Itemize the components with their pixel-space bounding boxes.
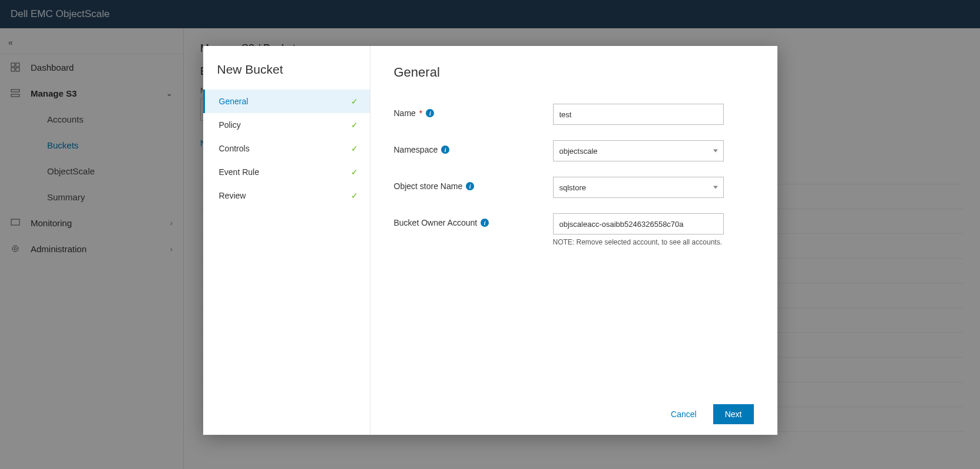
field-name: Name * i — [394, 104, 754, 125]
field-bucket-owner: Bucket Owner Account i NOTE: Remove sele… — [394, 213, 754, 246]
field-namespace: Namespace i — [394, 140, 754, 161]
field-label-text: Bucket Owner Account — [394, 218, 478, 227]
wizard-step-label: Controls — [219, 144, 250, 153]
bucket-name-input[interactable] — [553, 104, 724, 125]
info-icon[interactable]: i — [441, 146, 449, 154]
info-icon[interactable]: i — [466, 182, 474, 190]
check-icon: ✓ — [351, 191, 358, 200]
wizard-step-label: Review — [219, 191, 246, 200]
modal-footer: Cancel Next — [394, 396, 754, 435]
modal-title: New Bucket — [203, 62, 370, 77]
modal-form: General Name * i Namespace i — [370, 46, 777, 435]
field-label-text: Name — [394, 108, 416, 118]
bucket-owner-input[interactable] — [553, 213, 724, 234]
wizard-step-general[interactable]: General✓ — [203, 90, 370, 113]
namespace-select[interactable] — [553, 140, 724, 161]
owner-helper-text: NOTE: Remove selected account, to see al… — [553, 238, 724, 246]
check-icon: ✓ — [351, 120, 358, 130]
object-store-select[interactable] — [553, 177, 724, 198]
field-label-text: Object store Name — [394, 181, 463, 191]
cancel-button[interactable]: Cancel — [664, 405, 704, 424]
wizard-step-label: General — [219, 97, 249, 106]
next-button[interactable]: Next — [713, 404, 754, 424]
check-icon: ✓ — [351, 167, 358, 177]
wizard-step-controls[interactable]: Controls✓ — [203, 137, 370, 160]
field-object-store: Object store Name i — [394, 177, 754, 198]
wizard-step-label: Event Rule — [219, 167, 259, 177]
wizard-step-event-rule[interactable]: Event Rule✓ — [203, 160, 370, 184]
check-icon: ✓ — [351, 144, 358, 153]
required-indicator: * — [419, 108, 422, 118]
wizard-step-review[interactable]: Review✓ — [203, 184, 370, 207]
check-icon: ✓ — [351, 97, 358, 106]
new-bucket-modal: New Bucket General✓Policy✓Controls✓Event… — [203, 46, 777, 435]
modal-overlay: New Bucket General✓Policy✓Controls✓Event… — [0, 0, 980, 469]
wizard-steps: New Bucket General✓Policy✓Controls✓Event… — [203, 46, 370, 435]
form-section-title: General — [394, 65, 754, 80]
field-label-text: Namespace — [394, 145, 438, 154]
info-icon[interactable]: i — [426, 109, 434, 117]
wizard-step-policy[interactable]: Policy✓ — [203, 113, 370, 137]
info-icon[interactable]: i — [481, 219, 489, 227]
wizard-step-label: Policy — [219, 120, 241, 130]
